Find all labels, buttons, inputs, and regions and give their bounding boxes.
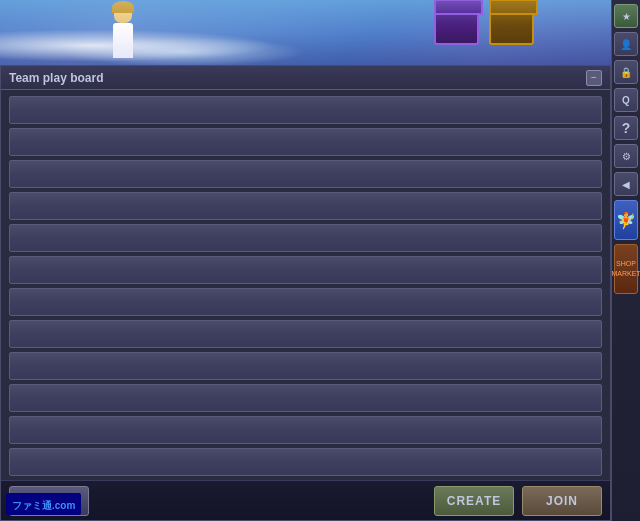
- char-hair: [112, 1, 134, 13]
- circle-q-icon[interactable]: Q: [614, 88, 638, 112]
- panel-title: Team play board: [9, 71, 103, 85]
- list-item[interactable]: [9, 352, 602, 380]
- list-item[interactable]: [9, 384, 602, 412]
- question-icon[interactable]: ?: [614, 116, 638, 140]
- top-banner: [0, 0, 611, 65]
- list-item[interactable]: [9, 256, 602, 284]
- join-button[interactable]: JOIN: [522, 486, 602, 516]
- list-item[interactable]: [9, 192, 602, 220]
- char-body: [113, 23, 133, 58]
- character-left: [105, 5, 140, 60]
- list-item[interactable]: [9, 448, 602, 476]
- shop-icon[interactable]: SHOPMARKET: [614, 244, 638, 294]
- arrow-icon[interactable]: ◀: [614, 172, 638, 196]
- star-icon[interactable]: ★: [614, 4, 638, 28]
- list-area: [1, 90, 610, 480]
- char-head: [114, 5, 132, 23]
- person-icon[interactable]: 👤: [614, 32, 638, 56]
- list-item[interactable]: [9, 160, 602, 188]
- list-item[interactable]: [9, 416, 602, 444]
- title-bar: Team play board −: [1, 66, 610, 90]
- list-item[interactable]: [9, 128, 602, 156]
- gear-icon[interactable]: ⚙: [614, 144, 638, 168]
- list-item[interactable]: [9, 96, 602, 124]
- treasure-box-purple: [434, 5, 479, 45]
- character-icon[interactable]: 🧚: [614, 200, 638, 240]
- right-sidebar: ★ 👤 🔒 Q ? ⚙ ◀ 🧚 SHOPMARKET: [611, 0, 640, 521]
- treasure-box-brown: [489, 5, 534, 45]
- list-item[interactable]: [9, 320, 602, 348]
- bottom-bar: REFRESH CREATE JOIN: [1, 480, 610, 520]
- lock-icon[interactable]: 🔒: [614, 60, 638, 84]
- treasure-area: [431, 5, 551, 60]
- list-item[interactable]: [9, 288, 602, 316]
- minimize-button[interactable]: −: [586, 70, 602, 86]
- list-item[interactable]: [9, 224, 602, 252]
- main-panel: Team play board − REFRESH CREATE JOIN: [0, 65, 611, 521]
- fami-logo: ファミ通.com: [6, 493, 81, 515]
- create-button[interactable]: CREATE: [434, 486, 514, 516]
